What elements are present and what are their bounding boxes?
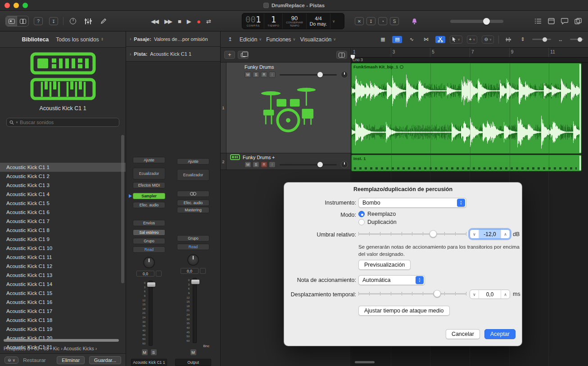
sound-list-item[interactable]: Acoustic Kick C1 12 bbox=[0, 262, 126, 271]
sound-list-item[interactable]: Acoustic Kick C1 13 bbox=[0, 271, 126, 280]
lcd-tempo[interactable]: 90 CONSERVARTEMPO bbox=[283, 13, 306, 29]
add-track-button[interactable]: + bbox=[224, 51, 235, 59]
group-slot[interactable]: Grupo bbox=[133, 238, 165, 244]
smart-controls-button[interactable] bbox=[67, 16, 79, 26]
track-header-1[interactable]: 1 Funky Drums M S R I bbox=[221, 62, 351, 153]
pan-knob[interactable] bbox=[143, 257, 155, 268]
fader-handle[interactable] bbox=[191, 280, 199, 284]
pan-knob[interactable] bbox=[187, 254, 199, 266]
breadcrumb[interactable]: Preajustes d › 03 › 03 › Kic › Acoustic … bbox=[0, 344, 126, 353]
track-mute-button[interactable]: M bbox=[244, 161, 251, 168]
zoom-slider-thumb[interactable] bbox=[543, 37, 547, 42]
instrument-slot[interactable]: Sampler bbox=[133, 193, 165, 199]
automation-mode-button[interactable]: Read bbox=[177, 244, 209, 250]
metronome-icon[interactable]: ◔ bbox=[378, 17, 387, 25]
cycle-button[interactable]: ⇄ bbox=[206, 18, 210, 25]
alert-bell-icon[interactable] bbox=[411, 18, 418, 25]
track-header-config-button[interactable] bbox=[336, 51, 347, 59]
instrument-popup[interactable]: Bombo ∧∨ bbox=[358, 198, 466, 208]
track-pan-knob[interactable] bbox=[341, 71, 348, 78]
sound-list-item[interactable]: Acoustic Kick C1 16 bbox=[0, 298, 126, 307]
setting-button[interactable]: Ajuste bbox=[133, 157, 165, 163]
group-slot[interactable]: Grupo bbox=[177, 235, 209, 241]
sound-list-item[interactable]: Acoustic Kick C1 7 bbox=[0, 217, 126, 226]
mode-option-double[interactable]: Duplicación bbox=[358, 219, 397, 225]
toggle-inspector-button[interactable] bbox=[17, 16, 28, 26]
track-number[interactable]: 2 bbox=[221, 153, 226, 170]
scissors-tool-icon[interactable] bbox=[435, 36, 445, 43]
timing-offset-slider-thumb[interactable] bbox=[434, 290, 441, 297]
output-slot[interactable]: Sal estéreo bbox=[133, 229, 165, 236]
region-resize-handle[interactable] bbox=[579, 156, 581, 170]
track-input-monitor-button[interactable]: I bbox=[269, 71, 276, 78]
crossfade-icon[interactable]: ⋈ bbox=[421, 36, 431, 43]
mixer-button[interactable] bbox=[82, 16, 94, 26]
channel-fader[interactable]: 03691215182124303540455060 bbox=[136, 281, 163, 346]
eq-thumbnail[interactable]: Ecualizador bbox=[133, 168, 165, 179]
track-name[interactable]: Funky Drums bbox=[244, 64, 274, 70]
minimize-button[interactable] bbox=[14, 3, 19, 8]
list-editors-icon[interactable] bbox=[534, 18, 542, 24]
arrange-horizontal-scrollbar[interactable] bbox=[355, 361, 375, 363]
search-field[interactable]: ∨ bbox=[6, 118, 119, 127]
threshold-value[interactable]: -12,0 bbox=[479, 230, 501, 238]
waveform-zoom-icon[interactable] bbox=[503, 36, 513, 43]
mute-button[interactable]: M bbox=[190, 349, 197, 356]
volume-value[interactable]: 0,0 bbox=[136, 271, 154, 277]
fader-handle[interactable] bbox=[147, 282, 155, 287]
channel-strip-name[interactable]: Output bbox=[175, 359, 211, 366]
sound-list-item[interactable]: Acoustic Kick C1 6 bbox=[0, 208, 126, 217]
duplicate-track-button[interactable] bbox=[238, 51, 249, 59]
radio-selected-icon[interactable] bbox=[358, 211, 365, 217]
preview-button[interactable]: Previsualización bbox=[358, 260, 411, 270]
timing-offset-value[interactable]: 0,0 bbox=[479, 290, 501, 299]
track-record-button[interactable]: R bbox=[261, 161, 267, 168]
radio-unselected-icon[interactable] bbox=[358, 219, 365, 225]
threshold-stepper[interactable]: ∨ -12,0 ∧ bbox=[470, 229, 510, 239]
sound-list-item[interactable]: Acoustic Kick C1 14 bbox=[0, 280, 126, 289]
vertical-zoom-icon[interactable]: ⇕ bbox=[518, 36, 528, 43]
sends-slot[interactable]: Envíos bbox=[133, 220, 165, 226]
automation-icon[interactable]: ∿ bbox=[407, 36, 416, 43]
sound-list-item[interactable]: Acoustic Kick C1 2 bbox=[0, 172, 126, 181]
menu-edit[interactable]: Edición∨ bbox=[240, 36, 262, 43]
horizontal-zoom-icon[interactable]: ↔ bbox=[556, 36, 565, 43]
mode-option-replace[interactable]: Reemplazo bbox=[358, 211, 396, 217]
fullscreen-button[interactable] bbox=[23, 3, 28, 8]
library-horizontal-scrollbar[interactable] bbox=[4, 339, 119, 342]
sound-list-item[interactable]: Acoustic Kick C1 4 bbox=[0, 190, 126, 199]
vertical-zoom-slider[interactable] bbox=[532, 39, 551, 40]
solo-mode-icon[interactable]: S bbox=[390, 17, 399, 25]
toggle-library-button[interactable] bbox=[6, 16, 17, 26]
sound-list-item[interactable]: Acoustic Kick C1 8 bbox=[0, 226, 126, 235]
lcd-options-chevron[interactable]: ∨ bbox=[330, 13, 337, 29]
bounce-label[interactable]: Bnc bbox=[177, 344, 209, 348]
stop-button[interactable]: ■ bbox=[178, 18, 181, 25]
setting-button[interactable]: Ajuste bbox=[177, 158, 209, 165]
disclosure-icon[interactable]: › bbox=[130, 52, 131, 57]
lcd-beat[interactable]: 1 TIEMPO bbox=[264, 13, 283, 29]
library-filter-dropdown[interactable]: Todos los sonidos ⇕ bbox=[56, 36, 104, 43]
secondary-tool-dropdown[interactable]: + ∨ bbox=[467, 36, 478, 44]
midi-fx-slot[interactable]: Efectos MIDI bbox=[133, 182, 165, 188]
close-button[interactable] bbox=[5, 3, 10, 8]
menu-functions[interactable]: Funciones∨ bbox=[266, 36, 295, 43]
lcd-position[interactable]: 001 COMPÁS bbox=[242, 13, 264, 29]
timing-offset-slider[interactable] bbox=[358, 290, 466, 297]
stepper-decrement-button[interactable]: ∨ bbox=[470, 290, 479, 299]
sound-list-item[interactable]: Acoustic Kick C1 10 bbox=[0, 244, 126, 253]
threshold-slider[interactable] bbox=[358, 230, 466, 237]
sound-list-item[interactable]: Acoustic Kick C1 5 bbox=[0, 199, 126, 208]
stepper-increment-button[interactable]: ∧ bbox=[501, 230, 510, 238]
library-tab[interactable]: Biblioteca bbox=[22, 36, 49, 43]
channel-strip-name[interactable]: Acoustic Kick C1 1 bbox=[131, 359, 167, 366]
sound-list-item[interactable]: Acoustic Kick C1 15 bbox=[0, 289, 126, 298]
horizontal-zoom-slider[interactable] bbox=[570, 39, 583, 40]
track-record-button[interactable]: R bbox=[261, 71, 267, 78]
pointer-tool-dropdown[interactable]: ∨ bbox=[450, 36, 462, 44]
solo-button[interactable]: S bbox=[150, 349, 157, 356]
cancel-button[interactable]: Cancelar bbox=[446, 329, 480, 339]
no-overlap-icon[interactable]: ✕ bbox=[355, 17, 364, 25]
threshold-slider-thumb[interactable] bbox=[430, 230, 437, 237]
record-button[interactable]: ● bbox=[197, 18, 200, 25]
